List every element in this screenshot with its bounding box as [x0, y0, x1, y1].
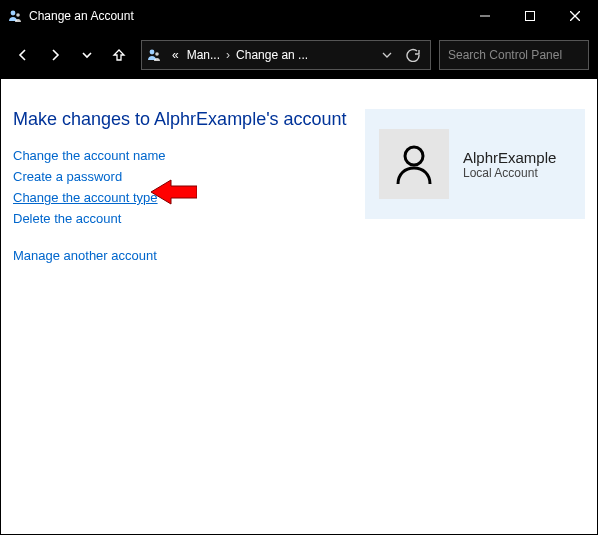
search-box[interactable] — [439, 40, 589, 70]
link-delete-account[interactable]: Delete the account — [13, 211, 121, 226]
address-dropdown[interactable] — [374, 50, 400, 60]
titlebar: Change an Account — [1, 1, 597, 31]
close-button[interactable] — [552, 1, 597, 31]
content: Make changes to AlphrExample's account C… — [1, 79, 597, 275]
chevron-right-icon: › — [224, 48, 232, 62]
up-button[interactable] — [105, 41, 133, 69]
minimize-button[interactable] — [462, 1, 507, 31]
app-icon — [7, 8, 23, 24]
account-type: Local Account — [463, 166, 556, 180]
breadcrumb-seg2[interactable]: Change an ... — [232, 48, 312, 62]
avatar — [379, 129, 449, 199]
link-manage-another[interactable]: Manage another account — [13, 248, 157, 263]
page-heading: Make changes to AlphrExample's account — [13, 109, 347, 130]
forward-button[interactable] — [41, 41, 69, 69]
svg-rect-3 — [525, 12, 534, 21]
svg-point-0 — [11, 11, 16, 16]
navbar: « Man... › Change an ... — [1, 31, 597, 79]
back-button[interactable] — [9, 41, 37, 69]
link-change-type[interactable]: Change the account type — [13, 190, 158, 205]
window-controls — [462, 1, 597, 31]
search-input[interactable] — [448, 48, 598, 62]
link-change-name[interactable]: Change the account name — [13, 148, 166, 163]
action-link-list: Change the account name Create a passwor… — [13, 148, 347, 263]
breadcrumb-seg1[interactable]: Man... — [183, 48, 224, 62]
svg-point-10 — [405, 147, 423, 165]
account-name: AlphrExample — [463, 149, 556, 166]
left-column: Make changes to AlphrExample's account C… — [13, 109, 347, 263]
recent-button[interactable] — [73, 41, 101, 69]
breadcrumb-prefix: « — [168, 48, 183, 62]
svg-point-1 — [16, 13, 20, 17]
svg-point-6 — [150, 50, 155, 55]
account-card: AlphrExample Local Account — [365, 109, 585, 219]
window-title: Change an Account — [29, 9, 462, 23]
refresh-button[interactable] — [400, 48, 426, 62]
address-icon — [146, 47, 162, 63]
link-create-password[interactable]: Create a password — [13, 169, 122, 184]
address-bar[interactable]: « Man... › Change an ... — [141, 40, 431, 70]
account-info: AlphrExample Local Account — [463, 149, 556, 180]
maximize-button[interactable] — [507, 1, 552, 31]
svg-point-7 — [155, 52, 159, 56]
